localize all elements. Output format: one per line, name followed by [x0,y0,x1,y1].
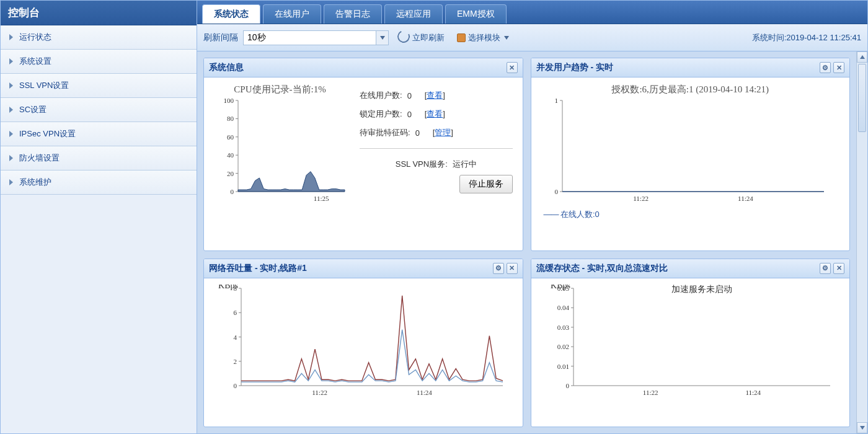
refresh-now-button[interactable]: 立即刷新 [394,29,448,46]
svg-text:11:24: 11:24 [738,195,753,202]
svg-text:KBps: KBps [551,285,570,290]
svg-text:0: 0 [234,382,237,389]
svg-text:11:24: 11:24 [745,389,761,396]
sidebar-item-0[interactable]: 运行状态 [1,25,197,50]
panel-concurrent-title: 并发用户趋势 - 实时 [536,62,820,73]
svg-text:11:22: 11:22 [312,389,327,396]
tab-3[interactable]: 远程应用 [384,4,443,24]
svg-text:40: 40 [227,151,234,159]
main-area: 系统状态在线用户告警日志远程应用EMM授权 刷新间隔 立即刷新 选择模块 系统时… [197,1,867,433]
refresh-interval-dropdown[interactable] [376,30,389,45]
module-icon [457,33,466,42]
svg-text:80: 80 [227,115,234,122]
chevron-down-icon [380,36,385,40]
chevron-right-icon [9,131,13,137]
panel-cache: 流缓存状态 - 实时,双向总流速对比 ⚙ ✕ 00.010.020.030.04… [531,259,851,428]
refresh-interval-combo[interactable] [243,30,389,45]
panel-concurrent: 并发用户趋势 - 实时 ⚙ ✕ 授权数:6,历史最高:1 (2019-04-10… [531,58,851,251]
tab-0[interactable]: 系统状态 [202,4,260,24]
panel-close-button[interactable]: ✕ [507,62,518,73]
panel-close-button[interactable]: ✕ [833,263,844,274]
svg-text:100: 100 [224,97,234,104]
sidebar-item-label: SC设置 [19,104,46,115]
cpu-chart: CPU使用记录-当前:1% 02040608010011:25 [210,84,350,244]
chevron-right-icon [9,34,13,40]
chevron-down-icon [504,36,509,40]
scrollbar[interactable] [856,51,867,433]
svg-text:2: 2 [234,357,237,365]
throughput-chart: 0246811:2211:24KBps [210,285,508,421]
panels-grid: 系统信息 ✕ CPU使用记录-当前:1% 02040608010011:25 在… [197,51,856,433]
sidebar: 控制台 运行状态系统设置SSL VPN设置SC设置IPSec VPN设置防火墙设… [1,1,197,433]
refresh-icon [397,30,410,45]
sidebar-item-label: 运行状态 [19,32,51,43]
select-module-button[interactable]: 选择模块 [453,31,513,45]
sidebar-item-label: IPSec VPN设置 [19,128,76,140]
scroll-up-button[interactable] [857,51,867,63]
svg-text:KBps: KBps [218,285,238,290]
chevron-right-icon [9,82,13,89]
sidebar-body [1,195,197,433]
svg-text:4: 4 [234,333,237,340]
sidebar-item-4[interactable]: IPSec VPN设置 [1,122,197,146]
tab-2[interactable]: 告警日志 [324,4,382,24]
chevron-up-icon [860,55,865,59]
scroll-down-button[interactable] [857,422,867,433]
svg-text:11:25: 11:25 [314,195,329,202]
svg-text:0: 0 [565,382,569,389]
refresh-interval-input[interactable] [243,30,376,45]
svg-text:0: 0 [231,188,234,195]
view-online-users-link[interactable]: 查看 [427,91,443,100]
svg-text:20: 20 [227,170,234,177]
tab-4[interactable]: EMM授权 [445,4,507,24]
refresh-now-label: 立即刷新 [412,32,445,43]
view-locked-users-link[interactable]: 查看 [427,109,443,118]
chevron-down-icon [860,426,865,430]
stop-service-button[interactable]: 停止服务 [459,175,513,193]
scroll-thumb[interactable] [858,64,866,132]
panel-throughput: 网络吞吐量 - 实时,线路#1 ⚙ ✕ 0246811:2211:24KBps [203,259,523,428]
panel-cache-title: 流缓存状态 - 实时,双向总流速对比 [536,263,820,274]
sidebar-item-2[interactable]: SSL VPN设置 [1,74,197,98]
sidebar-item-label: 系统维护 [19,177,51,188]
concurrent-legend: —— 在线人数:0 [538,206,844,223]
panel-sysinfo-title: 系统信息 [209,62,507,73]
select-module-label: 选择模块 [468,32,500,43]
svg-text:60: 60 [227,133,234,141]
svg-text:0.04: 0.04 [557,304,569,311]
sidebar-item-3[interactable]: SC设置 [1,98,197,122]
sidebar-item-label: SSL VPN设置 [19,80,69,91]
refresh-interval-label: 刷新间隔 [203,32,238,43]
toolbar: 刷新间隔 立即刷新 选择模块 系统时间:2019-04-12 11:25:41 [197,24,867,51]
svg-text:1: 1 [554,97,558,104]
panel-settings-button[interactable]: ⚙ [493,263,504,274]
cache-chart: 00.010.020.030.040.0511:2211:24KBps加速服务未… [538,285,835,421]
chevron-right-icon [9,58,13,64]
panel-settings-button[interactable]: ⚙ [820,263,831,274]
chevron-right-icon [9,179,13,185]
svg-text:0.01: 0.01 [557,362,569,370]
sidebar-item-label: 防火墙设置 [19,153,60,164]
sidebar-item-1[interactable]: 系统设置 [1,50,197,74]
chevron-right-icon [9,155,13,161]
svg-text:11:22: 11:22 [642,389,658,396]
svg-text:加速服务未启动: 加速服务未启动 [671,285,732,294]
svg-text:0: 0 [554,188,558,195]
panel-close-button[interactable]: ✕ [507,263,518,274]
sidebar-item-5[interactable]: 防火墙设置 [1,146,197,170]
sidebar-item-6[interactable]: 系统维护 [1,170,197,195]
svg-text:11:22: 11:22 [633,195,649,202]
svg-text:11:24: 11:24 [417,389,432,396]
svg-text:0.03: 0.03 [557,323,569,330]
panel-sysinfo: 系统信息 ✕ CPU使用记录-当前:1% 02040608010011:25 在… [203,58,523,251]
tab-1[interactable]: 在线用户 [263,4,321,24]
sysinfo-stats: 在线用户数:0[查看] 锁定用户数:0[查看] 待审批特征码:0[管理] SSL… [356,84,516,244]
panel-settings-button[interactable]: ⚙ [820,62,831,73]
concurrent-chart: 授权数:6,历史最高:1 (2019-04-10 14:21) 0111:221… [538,84,844,205]
manage-pending-link[interactable]: 管理 [435,128,451,137]
panel-close-button[interactable]: ✕ [833,62,844,73]
tabbar: 系统状态在线用户告警日志远程应用EMM授权 [197,1,867,24]
sidebar-item-label: 系统设置 [19,56,51,67]
svg-text:0.02: 0.02 [557,343,569,350]
sidebar-title: 控制台 [1,1,197,25]
